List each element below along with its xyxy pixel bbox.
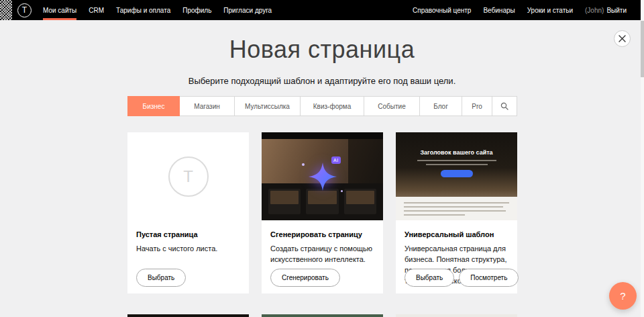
card-title: Универсальный шаблон: [405, 230, 508, 238]
nav-item-lessons-articles[interactable]: Уроки и статьи: [521, 0, 579, 20]
scrollbar-track[interactable]: [641, 0, 644, 317]
nav-item-webinars[interactable]: Вебинары: [477, 0, 521, 20]
generate-button[interactable]: Сгенерировать: [270, 269, 340, 287]
choose-blank-button[interactable]: Выбрать: [136, 269, 186, 287]
card-title: Пустая страница: [136, 230, 240, 238]
card-blank-page: T Пустая страница Начать с чистого листа…: [127, 132, 249, 293]
ai-sparkle-icon: [307, 161, 338, 192]
generate-preview-image: AI: [262, 132, 383, 220]
card-generate-page: AI Сгенерировать страницу Создать страни…: [262, 132, 383, 293]
page-subtitle: Выберите подходящий шаблон и адаптируйте…: [0, 76, 644, 86]
card-description: Начать с чистого листа.: [136, 244, 240, 255]
nav-item-plans-payment[interactable]: Тарифы и оплата: [110, 0, 176, 20]
nav-item-help-center[interactable]: Справочный центр: [407, 0, 477, 20]
account-user-name: (John): [585, 7, 604, 14]
preview-hero: Заголовок вашего сайта: [396, 132, 517, 197]
logout-link[interactable]: Выйти: [606, 7, 627, 14]
tab-blog[interactable]: Блог: [420, 97, 462, 116]
template-card-grid: T Пустая страница Начать с чистого листа…: [127, 132, 517, 293]
tab-pro[interactable]: Pro: [462, 97, 492, 116]
preview-cta-button: [441, 170, 473, 177]
sparkle-dot: [302, 163, 305, 166]
template-card-partial[interactable]: [396, 314, 517, 317]
card-universal-template: Заголовок вашего сайта Универсальный шаб…: [396, 132, 517, 293]
navbar-left-menu: Мои сайты CRM Тарифы и оплата Профиль Пр…: [37, 0, 278, 20]
template-card-grid-row2: [127, 314, 517, 317]
choose-universal-button[interactable]: Выбрать: [405, 269, 454, 287]
top-navbar: T Мои сайты CRM Тарифы и оплата Профиль …: [0, 0, 641, 20]
nav-item-my-sites[interactable]: Мои сайты: [37, 0, 83, 20]
nav-item-account[interactable]: (John) Выйти: [579, 0, 633, 20]
nav-item-profile[interactable]: Профиль: [176, 0, 217, 20]
sparkle-dot: [341, 190, 343, 192]
tilda-logo[interactable]: T: [17, 3, 32, 17]
ai-badge: AI: [331, 156, 341, 164]
universal-preview-image: Заголовок вашего сайта: [396, 132, 517, 220]
preview-body-text: [396, 197, 517, 220]
tilda-logo-watermark: T: [168, 156, 209, 197]
view-universal-button[interactable]: Посмотреть: [459, 269, 519, 287]
tab-search[interactable]: [492, 97, 517, 116]
blank-page-preview: T: [127, 132, 249, 220]
tab-business[interactable]: Бизнес: [127, 96, 180, 116]
help-button[interactable]: ?: [609, 282, 637, 310]
noise-pattern: [0, 0, 12, 20]
ai-sparkle-wrap: AI: [262, 132, 383, 220]
scrollbar-thumb[interactable]: [641, 21, 644, 77]
tab-shop[interactable]: Магазин: [180, 97, 235, 116]
tab-quiz-form[interactable]: Квиз-форма: [301, 97, 364, 116]
new-page-modal: T Мои сайты CRM Тарифы и оплата Профиль …: [0, 0, 644, 317]
preview-text-line: [417, 160, 496, 161]
template-card-partial[interactable]: [262, 314, 383, 317]
template-category-tabs: Бизнес Магазин Мультиссылка Квиз-форма С…: [127, 96, 517, 116]
card-title: Сгенерировать страницу: [270, 230, 374, 238]
preview-heading: Заголовок вашего сайта: [396, 132, 517, 156]
nav-item-invite-friend[interactable]: Пригласи друга: [217, 0, 278, 20]
card-description: Создать страницу с помощью искусственног…: [270, 244, 374, 265]
template-card-partial[interactable]: [127, 314, 249, 317]
page-title: Новая страница: [0, 36, 644, 64]
preview-text-line: [426, 164, 488, 165]
search-icon: [500, 102, 508, 110]
nav-item-crm[interactable]: CRM: [83, 0, 110, 20]
tab-event[interactable]: Событие: [364, 97, 420, 116]
tab-multilink[interactable]: Мультиссылка: [235, 97, 301, 116]
navbar-right-menu: Справочный центр Вебинары Уроки и статьи…: [407, 0, 641, 20]
